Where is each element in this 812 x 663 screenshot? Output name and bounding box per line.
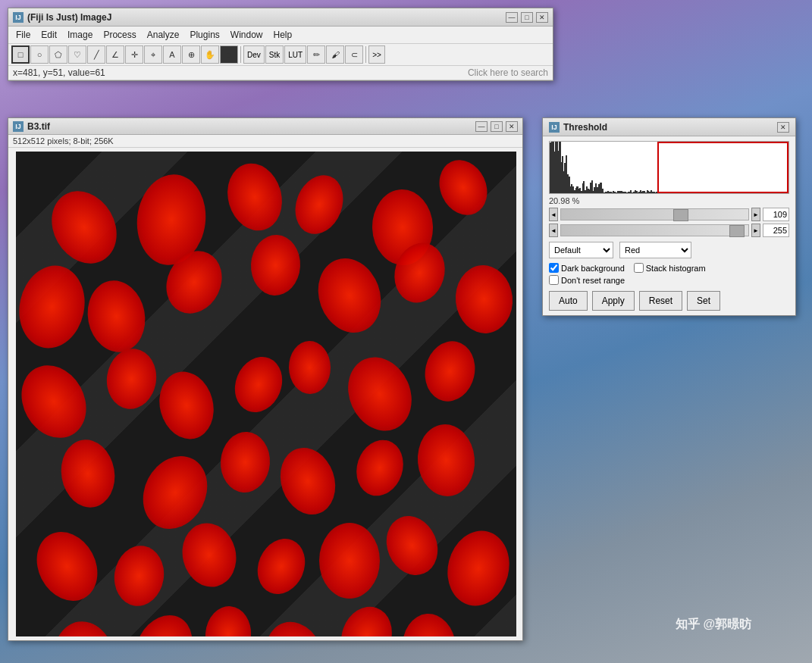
histogram-area [549, 141, 789, 194]
threshold-close-button[interactable]: ✕ [777, 122, 789, 133]
status-bar: x=481, y=51, value=61 Click here to sear… [8, 66, 553, 80]
lower-slider-left-arrow[interactable]: ◄ [549, 208, 558, 221]
set-button[interactable]: Set [687, 291, 720, 311]
dont-reset-label[interactable]: Don't reset range [549, 275, 625, 285]
menu-bar: File Edit Image Process Analyze Plugins … [8, 27, 553, 44]
reset-button[interactable]: Reset [639, 291, 682, 311]
main-window-title: (Fiji Is Just) ImageJ [27, 12, 111, 23]
tool-lut[interactable]: LUT [284, 45, 306, 64]
tool-wand[interactable]: ⌖ [144, 45, 162, 64]
dark-background-text: Dark background [561, 264, 625, 273]
dark-background-label[interactable]: Dark background [549, 263, 625, 273]
watermark: 知乎 @郭暻昉 [676, 617, 751, 633]
close-button[interactable]: ✕ [536, 12, 548, 23]
image-minimize-button[interactable]: — [475, 121, 488, 132]
titlebar-left: IJ (Fiji Is Just) ImageJ [13, 12, 111, 23]
image-window-title: B3.tif [27, 121, 50, 132]
menu-file[interactable]: File [11, 28, 35, 42]
tool-rectangle[interactable]: □ [11, 45, 30, 64]
menu-image[interactable]: Image [63, 28, 97, 42]
image-window-controls: — □ ✕ [475, 121, 518, 132]
red-blob-30 [319, 523, 380, 599]
upper-threshold-value: 255 [763, 224, 789, 237]
lower-slider-thumb[interactable] [673, 209, 688, 221]
toolbar: □ ○ ⬠ ♡ ╱ ∠ ✛ ⌖ A ⊕ ✋ ■ Dev Stk LUT ✏ 🖌 … [8, 44, 553, 66]
dark-background-checkbox[interactable] [549, 263, 559, 273]
micro-image [16, 152, 516, 636]
main-titlebar: IJ (Fiji Is Just) ImageJ — □ ✕ [8, 8, 553, 27]
image-titlebar: IJ B3.tif — □ ✕ [8, 118, 522, 135]
threshold-content: 20.98 % ◄ ► 109 ◄ ► 255 Default Huang Is… [543, 136, 795, 315]
checkbox-row-2: Don't reset range [549, 275, 789, 285]
tool-hand[interactable]: ✋ [201, 45, 219, 64]
tool-point[interactable]: ✛ [125, 45, 143, 64]
threshold-title-text: Threshold [563, 122, 607, 133]
threshold-dialog: IJ Threshold ✕ 20.98 % ◄ ► 109 ◄ ► 255 [542, 117, 796, 316]
image-titlebar-left: IJ B3.tif [13, 121, 50, 132]
lower-threshold-slider[interactable] [560, 208, 749, 220]
image-window-icon: IJ [13, 121, 24, 132]
dropdown-row: Default Huang IsoData Li MaxEntropy Otsu… [549, 242, 789, 258]
menu-process[interactable]: Process [99, 28, 140, 42]
image-canvas[interactable] [16, 152, 516, 636]
stack-histogram-checkbox[interactable] [634, 263, 644, 273]
menu-plugins[interactable]: Plugins [185, 28, 224, 42]
lower-threshold-slider-row: ◄ ► 109 [549, 208, 789, 221]
dont-reset-checkbox[interactable] [549, 275, 559, 285]
minimize-button[interactable]: — [506, 12, 518, 23]
imagej-main-window: IJ (Fiji Is Just) ImageJ — □ ✕ File Edit… [8, 8, 553, 81]
threshold-titlebar: IJ Threshold ✕ [543, 118, 795, 136]
tool-oval[interactable]: ○ [30, 45, 49, 64]
menu-help[interactable]: Help [269, 28, 297, 42]
tool-polygon[interactable]: ⬠ [49, 45, 67, 64]
checkbox-row-1: Dark background Stack histogram [549, 263, 789, 273]
image-close-button[interactable]: ✕ [506, 121, 518, 132]
tool-freehand[interactable]: ♡ [68, 45, 86, 64]
apply-button[interactable]: Apply [592, 291, 635, 311]
upper-slider-right-arrow[interactable]: ► [751, 224, 760, 237]
upper-slider-left-arrow[interactable]: ◄ [549, 224, 558, 237]
method-select[interactable]: Default Huang IsoData Li MaxEntropy Otsu… [549, 242, 613, 258]
tool-color[interactable]: ■ [220, 45, 238, 64]
toolbar-separator-2 [365, 46, 366, 63]
upper-threshold-slider-row: ◄ ► 255 [549, 224, 789, 237]
percentage-display: 20.98 % [549, 196, 789, 205]
stack-histogram-label[interactable]: Stack histogram [634, 263, 706, 273]
upper-slider-thumb[interactable] [729, 225, 745, 237]
image-restore-button[interactable]: □ [491, 121, 503, 132]
restore-button[interactable]: □ [521, 12, 533, 23]
tool-text[interactable]: A [163, 45, 181, 64]
menu-edit[interactable]: Edit [36, 28, 61, 42]
tool-floodfill[interactable]: ⊂ [345, 45, 363, 64]
lower-slider-right-arrow[interactable]: ► [751, 208, 760, 221]
stack-histogram-text: Stack histogram [646, 264, 706, 273]
imagej-icon: IJ [13, 12, 24, 23]
tool-more[interactable]: >> [368, 45, 385, 64]
upper-threshold-slider[interactable] [560, 224, 749, 236]
color-select[interactable]: Red Black & White Over/Under [619, 242, 691, 258]
image-window: IJ B3.tif — □ ✕ 512x512 pixels; 8-bit; 2… [8, 117, 523, 641]
tool-line[interactable]: ╱ [87, 45, 105, 64]
tool-angle[interactable]: ∠ [106, 45, 124, 64]
dont-reset-text: Don't reset range [561, 276, 625, 285]
tool-stk[interactable]: Stk [265, 45, 284, 64]
search-hint[interactable]: Click here to search [468, 67, 548, 78]
auto-button[interactable]: Auto [549, 291, 588, 311]
menu-window[interactable]: Window [226, 28, 268, 42]
menu-analyze[interactable]: Analyze [143, 28, 184, 42]
tool-paintbrush[interactable]: 🖌 [326, 45, 344, 64]
tool-magnifier[interactable]: ⊕ [182, 45, 200, 64]
threshold-title-left: IJ Threshold [549, 122, 607, 133]
toolbar-separator-1 [240, 46, 241, 63]
buttons-row: Auto Apply Reset Set [549, 291, 789, 311]
window-controls: — □ ✕ [506, 12, 548, 23]
tool-pencil[interactable]: ✏ [307, 45, 325, 64]
lower-threshold-value: 109 [763, 208, 789, 221]
threshold-icon: IJ [549, 122, 560, 133]
image-info: 512x512 pixels; 8-bit; 256K [8, 135, 522, 148]
tool-dev[interactable]: Dev [243, 45, 265, 64]
coordinate-status: x=481, y=51, value=61 [13, 67, 105, 78]
